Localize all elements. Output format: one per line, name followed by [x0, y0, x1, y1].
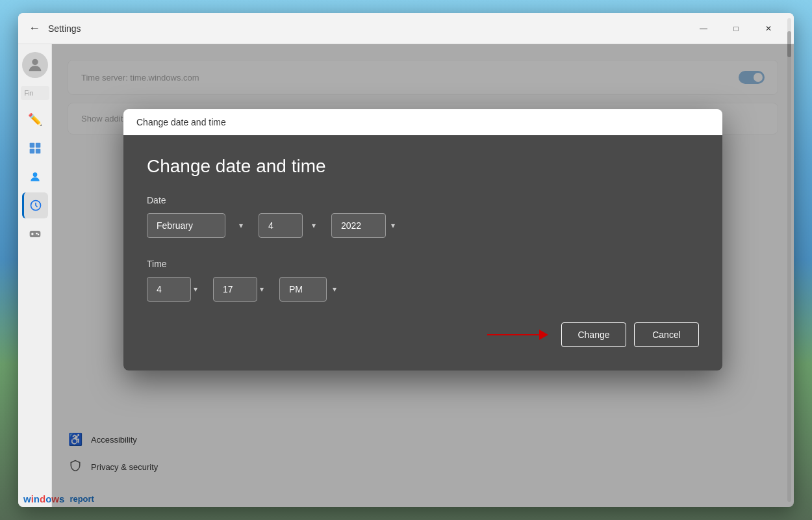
titlebar: ← Settings — □ ✕ [18, 13, 794, 44]
sidebar-item-puzzle[interactable] [22, 135, 48, 161]
cancel-button[interactable]: Cancel [634, 322, 699, 347]
svg-rect-4 [35, 149, 40, 154]
window-controls: — □ ✕ [689, 18, 783, 39]
window-title: Settings [48, 23, 81, 34]
avatar[interactable] [22, 52, 48, 78]
hour-select[interactable]: 123 456 789 101112 [147, 277, 191, 302]
minimize-button[interactable]: — [689, 18, 718, 39]
svg-point-0 [32, 59, 38, 65]
sidebar-item-time[interactable] [22, 192, 48, 218]
arrow-indicator [487, 330, 548, 340]
day-chevron-icon: ▾ [312, 221, 316, 230]
year-select[interactable]: 2020 2021 2022 2023 2024 [331, 213, 386, 238]
hour-dropdown-wrapper: 123 456 789 101112 ▾ [147, 277, 205, 302]
year-chevron-icon: ▾ [391, 221, 395, 230]
minute-dropdown-wrapper: 00010203 04050607 08091011 12131415 1617… [213, 277, 272, 302]
date-label: Date [147, 195, 699, 205]
back-button[interactable]: ← [29, 21, 40, 35]
month-chevron-icon: ▾ [239, 221, 243, 230]
left-sidebar: Fin ✏️ [18, 44, 52, 507]
svg-point-10 [36, 233, 38, 235]
time-dropdowns-row: 123 456 789 101112 ▾ 00010203 040506 [147, 277, 699, 302]
content-area: Fin ✏️ [18, 44, 794, 507]
maximize-button[interactable]: □ [721, 18, 751, 39]
dialog-heading: Change date and time [147, 156, 699, 177]
svg-rect-1 [29, 143, 34, 148]
date-dropdowns-row: January February March April May June Ju… [147, 213, 699, 238]
svg-rect-2 [35, 143, 40, 148]
ampm-chevron-icon: ▾ [333, 285, 336, 294]
day-dropdown-wrapper: 123 456 78910 11121314 15161718 19202122… [259, 213, 324, 238]
sidebar-item-user[interactable] [22, 164, 48, 190]
ampm-select[interactable]: AM PM [279, 277, 327, 302]
dialog-body: Change date and time Date January Februa… [123, 135, 722, 370]
search-stub: Fin [21, 86, 49, 100]
day-select[interactable]: 123 456 78910 11121314 15161718 19202122… [259, 213, 303, 238]
time-label: Time [147, 259, 699, 269]
year-dropdown-wrapper: 2020 2021 2022 2023 2024 ▾ [331, 213, 403, 238]
dialog-actions: Change Cancel [147, 322, 699, 347]
change-datetime-dialog: Change date and time Change date and tim… [123, 109, 722, 370]
close-button[interactable]: ✕ [754, 18, 783, 39]
dialog-titlebar-text: Change date and time [136, 117, 226, 127]
main-area: Time server: time.windows.com Show addit… [52, 44, 794, 507]
hour-chevron-icon: ▾ [194, 285, 197, 294]
month-select[interactable]: January February March April May June Ju… [147, 213, 225, 238]
ampm-dropdown-wrapper: AM PM ▾ [279, 277, 344, 302]
month-dropdown-wrapper: January February March April May June Ju… [147, 213, 251, 238]
change-button[interactable]: Change [561, 322, 626, 347]
svg-point-11 [37, 234, 39, 236]
arrow-head [539, 330, 548, 340]
dialog-titlebar: Change date and time [123, 109, 722, 135]
minute-select[interactable]: 00010203 04050607 08091011 12131415 1617… [213, 277, 257, 302]
arrow-shaft [487, 334, 539, 336]
sidebar-item-game[interactable] [22, 221, 48, 247]
minute-chevron-icon: ▾ [260, 285, 264, 294]
sidebar-item-pencil[interactable]: ✏️ [22, 107, 48, 133]
svg-rect-3 [29, 149, 34, 154]
svg-point-5 [32, 172, 37, 177]
settings-window: ← Settings — □ ✕ Fin ✏️ [18, 13, 794, 507]
